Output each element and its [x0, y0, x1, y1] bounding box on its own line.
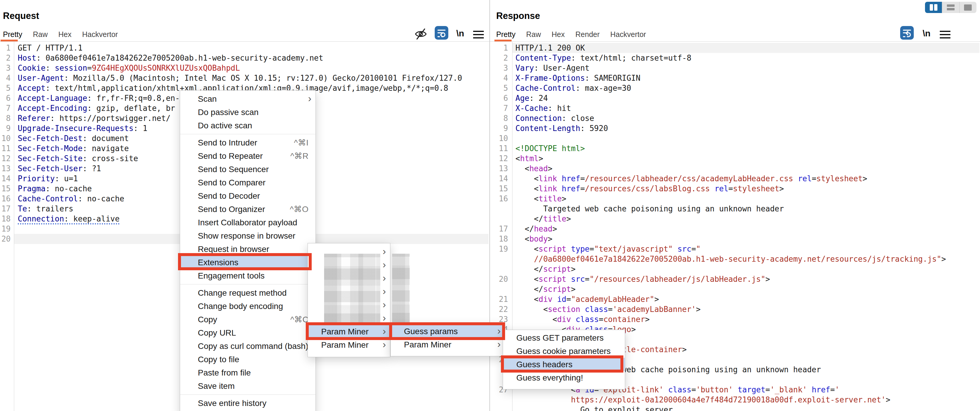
response-tabbar-divider: [490, 41, 980, 42]
menu-item-paste-from-file[interactable]: Paste from file: [180, 366, 315, 379]
word-wrap-icon[interactable]: [900, 26, 914, 40]
submenu-chevron-icon: ›: [383, 284, 386, 298]
request-panel-title: Request: [3, 11, 39, 21]
tab-render[interactable]: Render: [576, 27, 600, 41]
menu-item-scan[interactable]: Scan›: [180, 92, 315, 105]
line-number: 15: [491, 184, 508, 194]
line-number: 14: [491, 174, 508, 184]
menu-item-label: Send to Decoder: [198, 191, 260, 201]
line-number: [491, 284, 508, 294]
menu-item-show-response-in-browser[interactable]: Show response in browser: [180, 229, 315, 242]
word-wrap-icon[interactable]: [435, 26, 448, 40]
line-number: 8: [0, 113, 11, 123]
newline-icon[interactable]: \n: [923, 29, 931, 38]
menu-item-label: Guess everything!: [516, 373, 583, 382]
menu-item-engagement-tools[interactable]: Engagement tools›: [180, 269, 315, 282]
hide-icon[interactable]: [414, 27, 428, 42]
tab-hex[interactable]: Hex: [552, 27, 565, 41]
menu-item-send-to-intruder[interactable]: Send to Intruder^⌘I: [180, 136, 315, 149]
menu-item-save-entire-history[interactable]: Save entire history: [180, 397, 315, 410]
menu-item-send-to-comparer[interactable]: Send to Comparer: [180, 176, 315, 189]
layout-toggle-group: [925, 2, 977, 13]
line-number: 17: [491, 224, 508, 234]
line-number: 15: [0, 184, 11, 194]
rows-layout-icon[interactable]: [942, 2, 959, 13]
line-number: 6: [491, 93, 508, 103]
menu-item-label: Param Miner: [321, 327, 369, 336]
response-line: </script>: [512, 264, 979, 274]
tab-pretty[interactable]: Pretty: [496, 27, 515, 41]
menu-item-insert-collaborator-payload[interactable]: Insert Collaborator payload: [180, 216, 315, 229]
menu-item-send-to-decoder[interactable]: Send to Decoder: [180, 189, 315, 202]
menu-item-send-to-repeater[interactable]: Send to Repeater^⌘R: [180, 149, 315, 162]
menu-item-copy-to-file[interactable]: Copy to file: [180, 353, 315, 366]
menu-icon[interactable]: [473, 31, 484, 40]
menu-item-guess-headers[interactable]: Guess headers: [503, 358, 625, 371]
response-line: <!DOCTYPE html>: [512, 143, 979, 153]
menu-item-label: Copy as curl command (bash): [198, 341, 308, 350]
line-number: 2: [491, 53, 508, 63]
menu-item-request-in-browser[interactable]: Request in browser›: [180, 242, 315, 256]
menu-icon[interactable]: [940, 31, 950, 40]
line-number: 4: [0, 73, 11, 83]
single-layout-icon[interactable]: [959, 2, 977, 13]
request-line: GET / HTTP/1.1: [14, 43, 488, 53]
tab-raw[interactable]: Raw: [33, 27, 48, 41]
submenu-chevron-icon: ›: [383, 324, 386, 338]
response-line: </script>: [512, 284, 979, 294]
tab-raw[interactable]: Raw: [526, 27, 541, 41]
menu-item-label: Do active scan: [198, 121, 252, 130]
menu-item-copy[interactable]: Copy^⌘C: [180, 313, 315, 326]
line-number: 18: [0, 214, 11, 224]
menu-item-do-active-scan[interactable]: Do active scan: [180, 119, 315, 132]
columns-layout-icon[interactable]: [925, 2, 942, 13]
response-line: <head>: [512, 164, 979, 174]
submenu-chevron-icon: ›: [383, 258, 386, 271]
line-number: 5: [491, 83, 508, 93]
tab-pretty[interactable]: Pretty: [3, 27, 22, 41]
submenu-chevron-icon: ›: [383, 338, 386, 351]
menu-item-change-request-method[interactable]: Change request method: [180, 286, 315, 299]
menu-item-send-to-organizer[interactable]: Send to Organizer^⌘O: [180, 202, 315, 216]
menu-item-label: Do passive scan: [198, 108, 258, 117]
newline-icon[interactable]: \n: [456, 29, 464, 38]
tab-hex[interactable]: Hex: [58, 27, 71, 41]
menu-item-do-passive-scan[interactable]: Do passive scan: [180, 105, 315, 119]
tab-hackvertor[interactable]: Hackvertor: [82, 27, 118, 41]
menu-item-guess-get-parameters[interactable]: Guess GET parameters: [503, 331, 625, 344]
menu-item-guess-params[interactable]: Guess params›: [391, 325, 505, 338]
menu-item-send-to-sequencer[interactable]: Send to Sequencer: [180, 162, 315, 176]
menu-item-param-miner[interactable]: Param Miner›: [308, 325, 390, 338]
menu-item-param-miner[interactable]: Param Miner›: [391, 338, 505, 351]
menu-item-label: Copy: [198, 315, 217, 324]
menu-item-guess-cookie-parameters[interactable]: Guess cookie parameters: [503, 344, 625, 358]
line-number: 17: [0, 204, 11, 214]
response-line: Content-Length: 5920: [512, 123, 979, 133]
menu-item-change-body-encoding[interactable]: Change body encoding: [180, 299, 315, 313]
menu-item-label: Send to Organizer: [198, 205, 265, 214]
line-number: 1: [491, 43, 508, 53]
menu-item-param-miner[interactable]: Param Miner›: [308, 338, 390, 352]
response-line: Age: 24: [512, 93, 979, 103]
line-number: 18: [491, 234, 508, 244]
submenu-chevron-icon: ›: [497, 338, 501, 350]
menu-item-copy-url[interactable]: Copy URL: [180, 326, 315, 339]
line-number: 13: [0, 164, 11, 174]
menu-item-save-item[interactable]: Save item: [180, 379, 315, 393]
context-menu: Scan›Do passive scanDo active scanSend t…: [180, 90, 316, 411]
line-number: 21: [491, 294, 508, 304]
censored-region: [392, 254, 410, 324]
line-number: 4: [491, 73, 508, 83]
tab-hackvertor[interactable]: Hackvertor: [610, 27, 646, 41]
menu-item-copy-as-curl-command-bash[interactable]: Copy as curl command (bash): [180, 339, 315, 353]
line-number: [491, 204, 508, 214]
response-line: <div class=container>: [512, 314, 979, 324]
response-panel-title: Response: [496, 11, 540, 21]
menu-item-label: Guess params: [404, 327, 458, 336]
menu-item-extensions[interactable]: Extensions›: [180, 256, 315, 269]
response-line: </title>: [512, 214, 979, 224]
menu-item-guess-everything[interactable]: Guess everything!: [503, 371, 625, 384]
line-number: 9: [0, 123, 11, 133]
line-number: 10: [491, 133, 508, 143]
menu-item-label: Param Miner: [321, 340, 369, 349]
